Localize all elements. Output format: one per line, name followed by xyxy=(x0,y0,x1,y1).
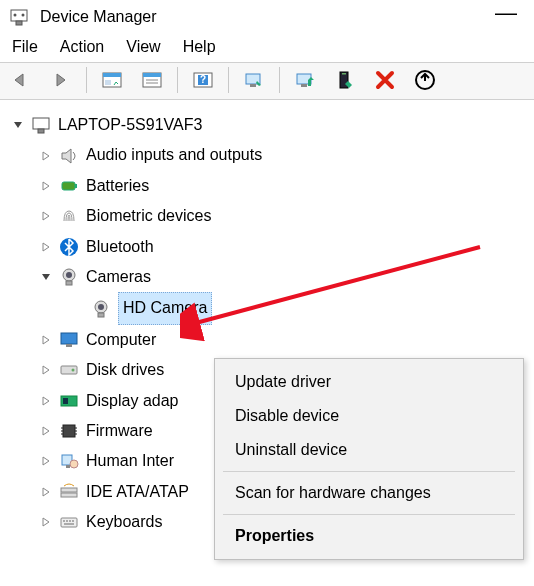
tree-item-label: Cameras xyxy=(86,262,151,292)
display-adapter-icon xyxy=(58,390,80,412)
tree-item-label: Biometric devices xyxy=(86,201,211,231)
svg-point-27 xyxy=(66,272,72,278)
menu-file[interactable]: File xyxy=(12,38,38,56)
toolbar-separator xyxy=(228,67,229,93)
svg-point-2 xyxy=(14,14,17,17)
menu-help[interactable]: Help xyxy=(183,38,216,56)
svg-point-3 xyxy=(22,14,25,17)
svg-rect-1 xyxy=(16,21,22,25)
context-separator xyxy=(223,514,515,515)
tree-item-label: Bluetooth xyxy=(86,232,154,262)
context-scan-hardware[interactable]: Scan for hardware changes xyxy=(215,476,523,510)
svg-rect-50 xyxy=(61,518,77,527)
expander-icon[interactable] xyxy=(38,335,54,345)
tree-item-label: HD Camera xyxy=(118,292,212,324)
svg-rect-23 xyxy=(62,182,75,190)
disk-icon xyxy=(58,359,80,381)
context-properties[interactable]: Properties xyxy=(215,519,523,553)
disable-device-button[interactable] xyxy=(328,65,362,95)
back-button[interactable] xyxy=(4,65,38,95)
tree-root[interactable]: LAPTOP-5S91VAF3 xyxy=(6,110,528,140)
svg-rect-17 xyxy=(301,84,307,87)
tree-item-hd-camera[interactable]: HD Camera xyxy=(6,292,528,324)
monitor-icon xyxy=(58,329,80,351)
svg-rect-52 xyxy=(66,520,68,522)
expander-icon[interactable] xyxy=(38,211,54,221)
svg-rect-8 xyxy=(143,73,161,77)
tree-item-label: Keyboards xyxy=(86,507,163,537)
svg-point-30 xyxy=(98,304,104,310)
menu-view[interactable]: View xyxy=(126,38,160,56)
svg-rect-32 xyxy=(61,333,77,344)
scan-hardware-button[interactable] xyxy=(237,65,271,95)
tree-item-label: Firmware xyxy=(86,416,153,446)
battery-icon xyxy=(58,175,80,197)
tree-item-label: Disk drives xyxy=(86,355,164,385)
tree-item-label: Batteries xyxy=(86,171,149,201)
expander-icon[interactable] xyxy=(38,365,54,375)
svg-rect-37 xyxy=(63,398,68,404)
app-icon xyxy=(8,6,30,28)
expander-icon[interactable] xyxy=(38,396,54,406)
forward-button[interactable] xyxy=(44,65,78,95)
svg-rect-54 xyxy=(72,520,74,522)
svg-rect-24 xyxy=(75,184,77,188)
toolbar-separator xyxy=(177,67,178,93)
uninstall-device-button[interactable] xyxy=(368,65,402,95)
tree-item-label: IDE ATA/ATAP xyxy=(86,477,189,507)
context-uninstall-device[interactable]: Uninstall device xyxy=(215,433,523,467)
svg-rect-15 xyxy=(250,84,256,87)
svg-point-35 xyxy=(72,369,75,372)
hid-icon xyxy=(58,450,80,472)
svg-rect-31 xyxy=(98,313,104,317)
expander-icon[interactable] xyxy=(10,120,26,130)
svg-rect-0 xyxy=(11,10,27,21)
tree-item-batteries[interactable]: Batteries xyxy=(6,171,528,201)
svg-rect-19 xyxy=(342,73,346,75)
titlebar: Device Manager — xyxy=(0,0,534,34)
menu-action[interactable]: Action xyxy=(60,38,104,56)
svg-rect-33 xyxy=(66,344,72,347)
expander-icon[interactable] xyxy=(38,426,54,436)
context-menu: Update driver Disable device Uninstall d… xyxy=(214,358,524,560)
context-separator xyxy=(223,471,515,472)
svg-rect-5 xyxy=(103,73,121,77)
tree-item-audio[interactable]: Audio inputs and outputs xyxy=(6,140,528,170)
help-button[interactable]: ? xyxy=(186,65,220,95)
expander-icon[interactable] xyxy=(38,151,54,161)
minimize-button[interactable]: — xyxy=(486,8,526,26)
tree-item-computer[interactable]: Computer xyxy=(6,325,528,355)
svg-rect-48 xyxy=(61,488,77,492)
context-disable-device[interactable]: Disable device xyxy=(215,399,523,433)
svg-rect-21 xyxy=(33,118,49,129)
camera-icon xyxy=(58,266,80,288)
expander-icon[interactable] xyxy=(38,487,54,497)
expander-icon[interactable] xyxy=(38,272,54,282)
computer-icon xyxy=(30,114,52,136)
fingerprint-icon xyxy=(58,205,80,227)
expander-icon[interactable] xyxy=(38,181,54,191)
show-hide-tree-button[interactable] xyxy=(95,65,129,95)
expander-icon[interactable] xyxy=(38,242,54,252)
context-update-driver[interactable]: Update driver xyxy=(215,365,523,399)
svg-rect-38 xyxy=(63,425,75,437)
chip-icon xyxy=(58,420,80,442)
svg-text:?: ? xyxy=(200,74,206,85)
expander-icon[interactable] xyxy=(38,456,54,466)
window-title: Device Manager xyxy=(40,8,157,26)
tree-root-label: LAPTOP-5S91VAF3 xyxy=(58,110,202,140)
properties-button[interactable] xyxy=(135,65,169,95)
svg-rect-34 xyxy=(61,366,77,374)
tree-item-biometric[interactable]: Biometric devices xyxy=(6,201,528,231)
toolbar-separator xyxy=(279,67,280,93)
enable-device-button[interactable] xyxy=(288,65,322,95)
svg-rect-53 xyxy=(69,520,71,522)
tree-item-cameras[interactable]: Cameras xyxy=(6,262,528,292)
keyboard-icon xyxy=(58,511,80,533)
menubar: File Action View Help xyxy=(0,34,534,62)
svg-rect-51 xyxy=(63,520,65,522)
expander-icon[interactable] xyxy=(38,517,54,527)
bluetooth-icon xyxy=(58,236,80,258)
tree-item-bluetooth[interactable]: Bluetooth xyxy=(6,232,528,262)
update-driver-button[interactable] xyxy=(408,65,442,95)
